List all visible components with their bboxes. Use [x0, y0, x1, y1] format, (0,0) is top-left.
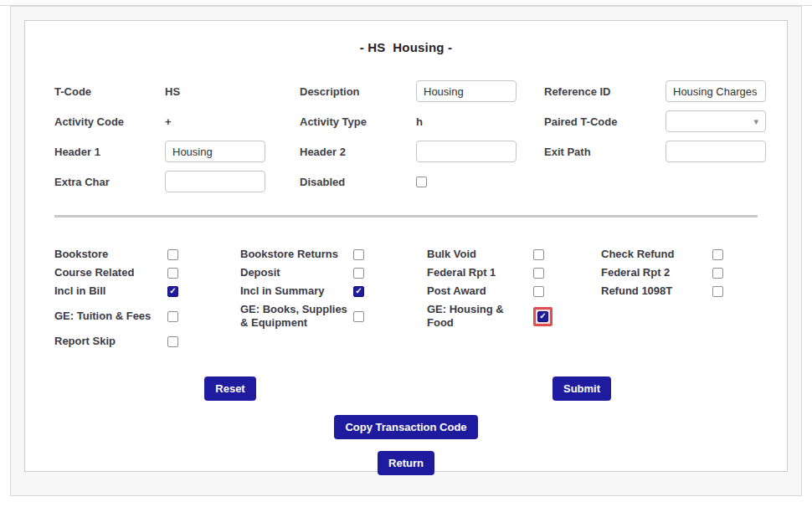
return-button[interactable]: Return — [378, 451, 434, 475]
header-1-label: Header 1 — [54, 146, 165, 158]
extra-char-input[interactable] — [165, 171, 265, 192]
flag-checkbox-grid: Bookstore Bookstore Returns Bulk Void Ch… — [54, 248, 758, 348]
incl-in-bill-label: Incl in Bill — [54, 284, 167, 298]
post-award-label: Post Award — [427, 284, 533, 298]
incl-in-bill-checkbox[interactable]: ✓ — [167, 286, 178, 297]
course-related-checkbox[interactable] — [167, 268, 178, 279]
post-award-checkbox[interactable] — [533, 286, 544, 297]
refund-1098t-checkbox[interactable] — [712, 286, 723, 297]
bulk-void-checkbox[interactable] — [533, 249, 544, 260]
exit-path-input[interactable] — [666, 141, 766, 162]
ge-books-supplies-equipment-label: GE: Books, Supplies & Equipment — [240, 303, 353, 330]
red-highlight-box: ✓ — [533, 307, 552, 326]
course-related-label: Course Related — [54, 266, 167, 279]
header-2-label: Header 2 — [300, 146, 416, 158]
activity-code-label: Activity Code — [54, 115, 165, 128]
activity-code-value: + — [165, 115, 300, 128]
activity-type-value: h — [416, 115, 544, 128]
ge-housing-food-checkbox[interactable]: ✓ — [537, 311, 548, 322]
header-1-input[interactable] — [165, 141, 265, 162]
deposit-label: Deposit — [240, 266, 353, 279]
bookstore-returns-label: Bookstore Returns — [240, 248, 353, 261]
report-skip-label: Report Skip — [54, 335, 167, 348]
return-row: Return — [54, 451, 758, 475]
ge-books-supplies-equipment-checkbox[interactable] — [353, 311, 364, 322]
federal-rpt-1-label: Federal Rpt 1 — [427, 266, 533, 279]
ge-tuition-fees-checkbox[interactable] — [167, 311, 178, 322]
bookstore-returns-checkbox[interactable] — [353, 249, 364, 260]
ge-housing-food-label: GE: Housing & Food — [427, 303, 533, 330]
refund-1098t-label: Refund 1098T — [601, 284, 712, 298]
federal-rpt-2-label: Federal Rpt 2 — [601, 266, 712, 279]
paired-t-code-select[interactable]: ▾ — [666, 110, 766, 132]
exit-path-label: Exit Path — [544, 146, 666, 158]
t-code-label: T-Code — [54, 85, 165, 98]
extra-char-label: Extra Char — [54, 176, 165, 188]
bookstore-label: Bookstore — [54, 248, 167, 261]
bookstore-checkbox[interactable] — [167, 249, 178, 260]
incl-in-summary-checkbox[interactable]: ✓ — [353, 286, 364, 297]
federal-rpt-2-checkbox[interactable] — [712, 268, 723, 279]
top-strip — [0, 0, 812, 6]
activity-type-label: Activity Type — [300, 115, 416, 128]
check-refund-checkbox[interactable] — [712, 249, 723, 260]
disabled-label: Disabled — [300, 176, 416, 188]
header-2-input[interactable] — [416, 141, 516, 162]
reference-id-input[interactable] — [666, 80, 766, 102]
t-code-value: HS — [165, 85, 300, 98]
federal-rpt-1-checkbox[interactable] — [533, 268, 544, 279]
copy-row: Copy Transaction Code — [54, 415, 758, 439]
check-refund-label: Check Refund — [601, 248, 712, 261]
ge-tuition-fees-label: GE: Tuition & Fees — [54, 310, 167, 323]
report-skip-checkbox[interactable] — [167, 336, 178, 347]
submit-button[interactable]: Submit — [552, 376, 611, 401]
description-label: Description — [300, 85, 416, 98]
copy-transaction-code-button[interactable]: Copy Transaction Code — [334, 415, 477, 439]
reference-id-label: Reference ID — [544, 85, 666, 98]
transaction-code-form-panel: - HS Housing - T-Code HS Description Ref… — [24, 20, 788, 472]
description-input[interactable] — [416, 80, 516, 102]
section-divider — [54, 215, 758, 218]
reset-submit-row: Reset Submit — [54, 376, 758, 401]
paired-t-code-label: Paired T-Code — [544, 115, 666, 128]
bulk-void-label: Bulk Void — [427, 248, 533, 261]
disabled-checkbox[interactable] — [416, 177, 427, 187]
deposit-checkbox[interactable] — [353, 268, 364, 279]
chevron-down-icon: ▾ — [753, 117, 758, 126]
outer-panel: - HS Housing - T-Code HS Description Ref… — [10, 6, 802, 496]
form-grid: T-Code HS Description Reference ID Activ… — [54, 76, 758, 197]
reset-button[interactable]: Reset — [204, 376, 255, 401]
incl-in-summary-label: Incl in Summary — [240, 284, 353, 298]
page-title: - HS Housing - — [54, 40, 758, 54]
